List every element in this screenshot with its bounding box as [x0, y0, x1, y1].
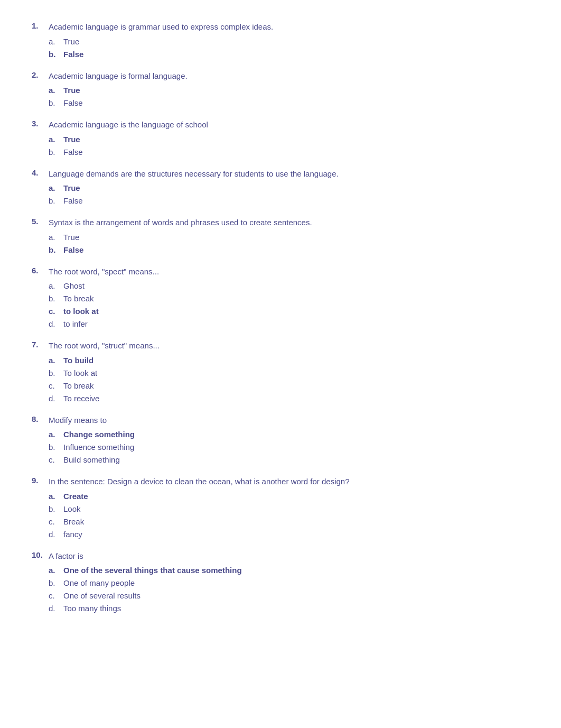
answer-label: d. — [49, 602, 63, 615]
answer-text: To break — [63, 292, 94, 305]
question-text: In the sentence: Design a device to clea… — [49, 476, 529, 488]
question-item: 8.Modify means toa.Change somethingb.Inf… — [32, 414, 529, 467]
answer-list: a.Trueb.False — [49, 133, 529, 159]
answer-label: a. — [49, 564, 63, 577]
answer-label: b. — [49, 97, 63, 109]
answer-label: a. — [49, 354, 63, 367]
answer-item: b.Look — [49, 503, 529, 515]
answer-list: a.Trueb.False — [49, 231, 529, 256]
answer-item: a.True — [49, 231, 529, 244]
question-number: 3. — [32, 119, 49, 128]
answer-label: c. — [49, 305, 63, 318]
answer-label: c. — [49, 515, 63, 528]
question-text: Syntax is the arrangement of words and p… — [49, 217, 529, 229]
answer-item: b.False — [49, 146, 529, 159]
answer-label: b. — [49, 441, 63, 454]
question-number: 10. — [32, 550, 49, 559]
answer-list: a.Trueb.False — [49, 84, 529, 109]
answer-item: a.Change something — [49, 428, 529, 441]
question-item: 7.The root word, "struct" means...a.To b… — [32, 340, 529, 405]
answer-text: One of the several things that cause som… — [63, 564, 242, 577]
answer-label: b. — [49, 48, 63, 61]
answer-label: b. — [49, 292, 63, 305]
answer-item: a.True — [49, 133, 529, 146]
question-item: 1.Academic language is grammar used to e… — [32, 21, 529, 61]
answer-text: True — [63, 35, 79, 48]
answer-item: b.False — [49, 244, 529, 256]
answer-label: b. — [49, 244, 63, 256]
answer-label: b. — [49, 503, 63, 515]
question-text: Modify means to — [49, 414, 529, 427]
question-number: 8. — [32, 414, 49, 423]
answer-item: a.True — [49, 84, 529, 97]
question-number: 5. — [32, 217, 49, 226]
answer-item: b.To break — [49, 292, 529, 305]
answer-text: Create — [63, 490, 88, 503]
answer-list: a.Createb.Lookc.Breakd.fancy — [49, 490, 529, 541]
answer-text: Build something — [63, 454, 120, 466]
answer-label: b. — [49, 146, 63, 159]
answer-text: Influence something — [63, 441, 134, 454]
answer-item: b.False — [49, 48, 529, 61]
answer-text: To look at — [63, 367, 97, 380]
answer-item: d.to infer — [49, 318, 529, 330]
question-item: 9.In the sentence: Design a device to cl… — [32, 476, 529, 541]
answer-item: a.Create — [49, 490, 529, 503]
answer-label: a. — [49, 133, 63, 146]
answer-text: To build — [63, 354, 94, 367]
answer-text: Look — [63, 503, 81, 515]
question-number: 9. — [32, 476, 49, 485]
answer-list: a.One of the several things that cause s… — [49, 564, 529, 615]
answer-text: Too many things — [63, 602, 121, 615]
answer-text: One of many people — [63, 577, 135, 589]
answer-item: a.One of the several things that cause s… — [49, 564, 529, 577]
answer-item: d.Too many things — [49, 602, 529, 615]
answer-item: b.False — [49, 195, 529, 207]
answer-label: b. — [49, 577, 63, 589]
answer-text: False — [63, 195, 83, 207]
answer-list: a.Trueb.False — [49, 182, 529, 207]
answer-text: To receive — [63, 392, 99, 405]
answer-label: a. — [49, 35, 63, 48]
answer-item: b.One of many people — [49, 577, 529, 589]
question-text: Language demands are the structures nece… — [49, 168, 529, 180]
answer-text: Change something — [63, 428, 135, 441]
question-item: 6.The root word, "spect" means...a.Ghost… — [32, 266, 529, 331]
answer-label: a. — [49, 182, 63, 195]
answer-item: d.To receive — [49, 392, 529, 405]
answer-text: False — [63, 48, 83, 61]
question-number: 7. — [32, 340, 49, 349]
answer-text: One of several results — [63, 589, 141, 602]
answer-item: b.Influence something — [49, 441, 529, 454]
answer-list: a.Ghostb.To breakc.to look atd.to infer — [49, 280, 529, 330]
answer-list: a.Change somethingb.Influence somethingc… — [49, 428, 529, 466]
answer-item: a.True — [49, 35, 529, 48]
question-text: The root word, "struct" means... — [49, 340, 529, 352]
answer-list: a.Trueb.False — [49, 35, 529, 61]
answer-text: True — [63, 182, 80, 195]
question-text: Academic language is the language of sch… — [49, 119, 529, 131]
answer-item: a.Ghost — [49, 280, 529, 292]
answer-label: a. — [49, 84, 63, 97]
answer-text: False — [63, 97, 83, 109]
question-number: 1. — [32, 21, 49, 30]
answer-item: c.Build something — [49, 454, 529, 466]
answer-item: a.True — [49, 182, 529, 195]
answer-text: to look at — [63, 305, 99, 318]
question-item: 2.Academic language is formal language.a… — [32, 70, 529, 110]
answer-label: c. — [49, 454, 63, 466]
question-item: 4.Language demands are the structures ne… — [32, 168, 529, 208]
answer-text: To break — [63, 380, 94, 392]
question-number: 6. — [32, 266, 49, 275]
answer-text: True — [63, 84, 80, 97]
answer-label: d. — [49, 528, 63, 541]
answer-item: c.One of several results — [49, 589, 529, 602]
answer-label: b. — [49, 195, 63, 207]
answer-label: b. — [49, 367, 63, 380]
answer-label: d. — [49, 318, 63, 330]
answer-label: c. — [49, 380, 63, 392]
answer-text: Ghost — [63, 280, 85, 292]
answer-item: c.Break — [49, 515, 529, 528]
question-number: 2. — [32, 70, 49, 79]
answer-text: True — [63, 231, 79, 244]
